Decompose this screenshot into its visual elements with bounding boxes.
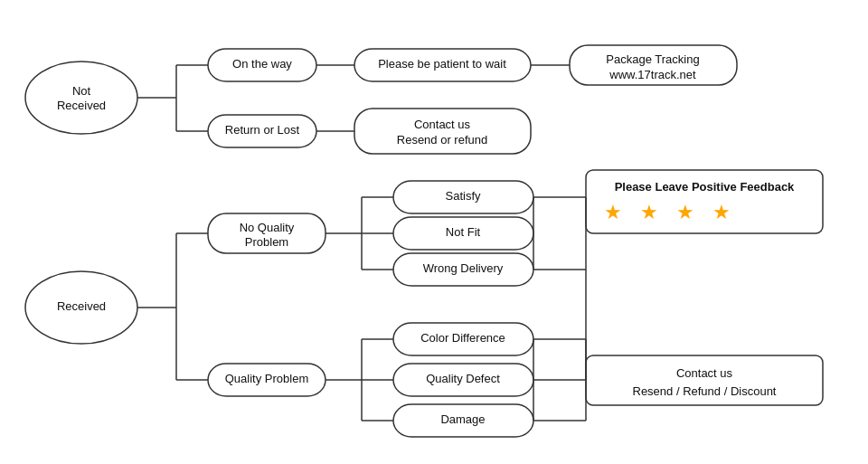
not-fit-label: Not Fit [446,225,481,239]
damage-label: Damage [440,412,485,426]
wrong-delivery-label: Wrong Delivery [423,261,504,275]
return-or-lost-label: Return or Lost [225,123,300,137]
no-quality-problem-label2: Problem [245,235,288,249]
satisfy-label: Satisfy [445,189,481,203]
color-difference-label: Color Difference [420,331,505,345]
package-tracking-label2: www.17track.net [609,68,696,81]
quality-problem-label: Quality Problem [225,372,308,385]
contact-resend-refund-label1: Contact us [414,118,471,131]
please-leave-feedback-label: Please Leave Positive Feedback [615,180,795,194]
package-tracking-label1: Package Tracking [606,52,699,66]
star3: ★ [676,201,694,223]
not-received-label2: Received [57,99,106,112]
please-be-patient-label: Please be patient to wait [378,57,506,71]
contact-resend-refund-discount-label1: Contact us [676,366,733,380]
not-received-label: Not [72,84,91,98]
flowchart-diagram: Not Received On the way Return or Lost P… [0,0,868,464]
contact-resend-refund-label2: Resend or refund [397,133,487,147]
star1: ★ [604,201,622,223]
no-quality-problem-label1: No Quality [240,221,295,234]
quality-defect-label: Quality Defect [426,372,500,385]
star2: ★ [640,201,658,223]
star4: ★ [712,201,731,223]
contact-resend-refund-discount-label2: Resend / Refund / Discount [633,384,777,398]
on-the-way-label: On the way [232,57,292,71]
received-label: Received [57,299,106,313]
